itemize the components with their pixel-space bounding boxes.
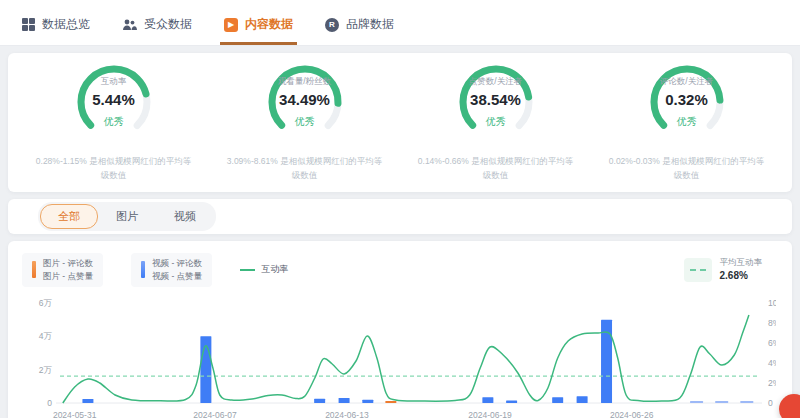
gauge-benchmark-text: 0.02%-0.03% 是相似规模网红们的平均等级数值 (608, 155, 766, 182)
brand-icon: R (325, 18, 339, 32)
legend-label: 图片 - 评论数 (43, 257, 93, 270)
tab-label: 受众数据 (144, 16, 192, 33)
gauge-status-badge: 优秀 (677, 115, 697, 129)
gauge-label: 点赞数/关注者 (469, 76, 522, 88)
svg-text:2024-06-13: 2024-06-13 (325, 410, 369, 418)
content-icon: ▶ (224, 18, 238, 32)
average-rate-value: 2.68% (720, 269, 763, 283)
gauge-engagement-rate: 互动率 5.44% 优秀 0.28%-1.15% 是相似规模网红们的平均等级数值 (18, 59, 209, 182)
legend-video-series[interactable]: 视频 - 评论数 视频 - 点赞量 (131, 253, 212, 287)
top-nav: 数据总览 受众数据 ▶ 内容数据 R 品牌数据 (0, 0, 800, 46)
svg-text:4%: 4% (768, 358, 776, 368)
tab-label: 内容数据 (245, 16, 293, 33)
gauge-benchmark-text: 0.14%-0.66% 是相似规模网红们的平均等级数值 (417, 155, 575, 182)
video-bar-swatch-icon (141, 261, 145, 278)
tab-data-overview[interactable]: 数据总览 (18, 7, 94, 45)
gauge-likes-per-follower: 点赞数/关注者 38.54% 优秀 0.14%-0.66% 是相似规模网红们的平… (400, 59, 591, 182)
tab-brand-data[interactable]: R 品牌数据 (321, 7, 398, 45)
line-swatch-icon (240, 269, 255, 271)
svg-text:8%: 8% (768, 318, 776, 328)
content-type-filter: 全部 图片 视频 (38, 202, 216, 231)
gauge-value: 0.32% (665, 91, 708, 108)
engagement-chart-card: 图片 - 评论数 图片 - 点赞量 视频 - 评论数 视频 - 点赞量 互动率 … (8, 241, 792, 418)
legend-label: 视频 - 点赞量 (152, 270, 202, 283)
gauge-label: 评论数/关注者 (660, 76, 713, 88)
gauge-views-per-fans: 观看量/粉丝数 34.49% 优秀 3.09%-8.61% 是相似规模网红们的平… (209, 59, 400, 182)
gauge-label: 观看量/粉丝数 (278, 76, 331, 88)
kpi-gauges-card: 互动率 5.44% 优秀 0.28%-1.15% 是相似规模网红们的平均等级数值… (8, 53, 792, 192)
grid-icon (22, 18, 35, 31)
gauge-benchmark-text: 3.09%-8.61% 是相似规模网红们的平均等级数值 (226, 155, 384, 182)
svg-text:2024-05-31: 2024-05-31 (53, 410, 97, 418)
gauge-comments-per-follower: 评论数/关注者 0.32% 优秀 0.02%-0.03% 是相似规模网红们的平均… (591, 59, 782, 182)
gauge-status-badge: 优秀 (486, 115, 506, 129)
gauge-status-badge: 优秀 (295, 115, 315, 129)
legend-label: 视频 - 评论数 (152, 257, 202, 270)
tab-content-data[interactable]: ▶ 内容数据 (220, 7, 297, 45)
svg-text:6%: 6% (768, 338, 776, 348)
gauge-value: 38.54% (470, 91, 521, 108)
svg-text:6万: 6万 (39, 298, 53, 308)
people-icon (122, 18, 137, 31)
svg-text:2万: 2万 (39, 364, 53, 374)
content-type-filter-card: 全部 图片 视频 (8, 199, 792, 234)
svg-text:0: 0 (768, 398, 773, 408)
gauge-value: 34.49% (279, 91, 330, 108)
legend-engagement-line[interactable]: 互动率 (240, 263, 288, 276)
dashed-line-swatch-icon (684, 258, 712, 282)
average-rate-label: 平均互动率 (720, 257, 763, 268)
svg-text:2024-06-19: 2024-06-19 (468, 410, 512, 418)
tab-audience-data[interactable]: 受众数据 (118, 7, 196, 45)
gauge-value: 5.44% (92, 91, 135, 108)
svg-text:4万: 4万 (39, 331, 53, 341)
average-rate-legend[interactable]: 平均互动率 2.68% (684, 257, 763, 282)
engagement-bar-line-chart[interactable]: 02万4万6万02%4%6%8%10%2024-05-312024-06-072… (20, 289, 776, 418)
filter-videos[interactable]: 视频 (156, 204, 214, 229)
svg-text:2024-06-26: 2024-06-26 (610, 410, 654, 418)
chart-legend: 图片 - 评论数 图片 - 点赞量 视频 - 评论数 视频 - 点赞量 互动率 … (20, 249, 780, 289)
tab-label: 品牌数据 (346, 16, 394, 33)
svg-text:2%: 2% (768, 378, 776, 388)
image-bar-swatch-icon (32, 261, 36, 278)
legend-label: 互动率 (261, 263, 288, 276)
svg-text:0: 0 (47, 398, 52, 408)
filter-images[interactable]: 图片 (98, 204, 156, 229)
gauge-status-badge: 优秀 (104, 115, 124, 129)
legend-label: 图片 - 点赞量 (43, 270, 93, 283)
svg-text:2024-06-07: 2024-06-07 (193, 410, 237, 418)
gauge-label: 互动率 (101, 76, 127, 88)
gauge-benchmark-text: 0.28%-1.15% 是相似规模网红们的平均等级数值 (35, 155, 193, 182)
tab-label: 数据总览 (42, 16, 90, 33)
filter-all[interactable]: 全部 (40, 204, 98, 229)
legend-image-series[interactable]: 图片 - 评论数 图片 - 点赞量 (22, 253, 103, 287)
svg-text:10%: 10% (768, 298, 776, 308)
